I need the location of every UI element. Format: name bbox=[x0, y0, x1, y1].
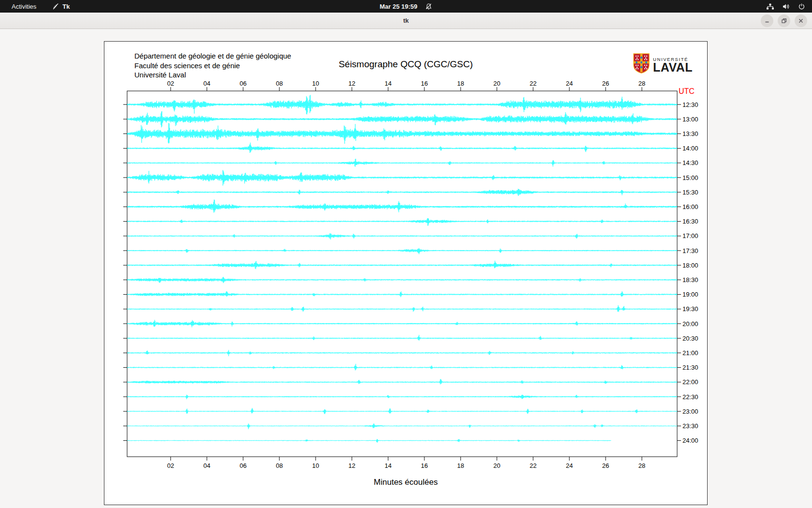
x-tick-label-bottom: 20 bbox=[493, 462, 500, 469]
seismogram-trace-15:30 bbox=[127, 189, 677, 195]
seismogram-trace-21:00 bbox=[127, 350, 677, 356]
seismogram-trace-18:30 bbox=[127, 277, 677, 283]
seismogram-trace-23:30 bbox=[127, 423, 677, 429]
seismogram-trace-17:30 bbox=[127, 248, 677, 254]
x-tick-label-top: 22 bbox=[530, 80, 536, 87]
system-status-area[interactable] bbox=[766, 3, 805, 10]
x-tick-label-bottom: 10 bbox=[312, 462, 319, 469]
seismogram-trace-14:00 bbox=[127, 143, 677, 153]
time-label: 21:30 bbox=[682, 364, 698, 371]
tk-feather-icon bbox=[52, 3, 59, 10]
time-label: 18:00 bbox=[682, 262, 698, 269]
time-label: 20:30 bbox=[682, 335, 698, 342]
time-label: 16:30 bbox=[682, 218, 698, 225]
focused-app-indicator[interactable]: Tk bbox=[52, 3, 70, 10]
time-label: 14:30 bbox=[682, 159, 698, 166]
x-tick-label-bottom: 14 bbox=[385, 462, 392, 469]
x-tick-label-bottom: 12 bbox=[348, 462, 355, 469]
seismogram-trace-23:00 bbox=[127, 408, 677, 414]
clock-text: Mar 25 19:59 bbox=[379, 3, 417, 10]
x-axis-title: Minutes écoulées bbox=[374, 478, 437, 487]
time-label: 18:30 bbox=[682, 276, 698, 284]
time-label: 14:00 bbox=[682, 145, 698, 152]
x-tick-label-bottom: 26 bbox=[602, 462, 609, 469]
seismogram-trace-16:00 bbox=[127, 200, 677, 213]
x-tick-label-bottom: 06 bbox=[240, 462, 246, 469]
x-tick-label-bottom: 28 bbox=[638, 462, 645, 469]
window-titlebar[interactable]: tk bbox=[0, 13, 812, 29]
seismogram-trace-22:30 bbox=[127, 395, 677, 399]
seismogram-trace-20:30 bbox=[127, 335, 677, 341]
seismogram-trace-20:00 bbox=[127, 320, 677, 327]
time-label: 15:00 bbox=[682, 174, 698, 181]
minimize-button[interactable] bbox=[761, 15, 773, 27]
seismogram-trace-14:30 bbox=[127, 159, 677, 167]
x-tick-label-top: 06 bbox=[240, 80, 246, 87]
time-label: 12:30 bbox=[682, 101, 698, 108]
seismogram-trace-15:00 bbox=[127, 170, 677, 186]
seismogram-trace-19:00 bbox=[127, 291, 677, 297]
seismogram-trace-24:00 bbox=[127, 439, 611, 443]
time-label: 24:00 bbox=[682, 437, 698, 444]
time-label: 13:30 bbox=[682, 130, 698, 137]
close-button[interactable] bbox=[795, 15, 807, 27]
time-label: 21:00 bbox=[682, 349, 698, 357]
clock-menu[interactable]: Mar 25 19:59 bbox=[379, 3, 432, 10]
gnome-top-bar: Activities Tk Mar 25 19:59 bbox=[0, 0, 812, 13]
x-tick-label-top: 14 bbox=[385, 80, 392, 87]
x-tick-label-bottom: 02 bbox=[167, 462, 174, 469]
x-tick-label-top: 20 bbox=[493, 80, 500, 87]
time-label: 16:00 bbox=[682, 203, 698, 210]
seismogram-trace-19:30 bbox=[127, 305, 677, 312]
seismogram-plot: 0202040406060808101012121414161618182020… bbox=[104, 42, 708, 506]
x-tick-label-top: 28 bbox=[638, 80, 645, 87]
power-icon bbox=[798, 3, 805, 10]
window-content: Département de géologie et de génie géol… bbox=[0, 30, 812, 508]
time-label: 23:30 bbox=[682, 422, 698, 430]
time-label: 19:00 bbox=[682, 291, 698, 298]
time-label: 22:30 bbox=[682, 393, 698, 401]
activities-button[interactable]: Activities bbox=[9, 2, 39, 11]
x-tick-label-top: 26 bbox=[602, 80, 609, 87]
x-tick-label-top: 08 bbox=[276, 80, 283, 87]
x-tick-label-top: 12 bbox=[348, 80, 355, 87]
focused-app-name: Tk bbox=[62, 3, 70, 10]
notifications-muted-icon bbox=[425, 3, 433, 10]
window-title: tk bbox=[403, 17, 409, 24]
seismogram-trace-22:00 bbox=[127, 379, 677, 385]
seismogram-trace-12:30 bbox=[127, 95, 677, 114]
x-tick-label-bottom: 18 bbox=[457, 462, 464, 469]
seismogram-trace-18:00 bbox=[127, 261, 677, 269]
time-label: 19:30 bbox=[682, 305, 698, 313]
seismogram-trace-21:30 bbox=[127, 364, 677, 370]
time-label: 17:30 bbox=[682, 247, 698, 254]
restore-button[interactable] bbox=[778, 15, 790, 27]
x-tick-label-top: 02 bbox=[167, 80, 174, 87]
time-label: 22:00 bbox=[682, 378, 698, 386]
volume-icon bbox=[782, 3, 790, 10]
x-tick-label-bottom: 22 bbox=[530, 462, 536, 469]
x-tick-label-top: 04 bbox=[203, 80, 210, 87]
time-label: 23:00 bbox=[682, 408, 698, 415]
seismogram-trace-13:00 bbox=[127, 111, 677, 127]
time-label: 17:00 bbox=[682, 232, 698, 239]
trace-group bbox=[127, 95, 677, 443]
x-tick-label-top: 10 bbox=[312, 80, 319, 87]
x-tick-label-bottom: 16 bbox=[421, 462, 428, 469]
plot-border bbox=[127, 91, 677, 457]
x-tick-label-bottom: 24 bbox=[566, 462, 573, 469]
x-tick-label-top: 16 bbox=[421, 80, 428, 87]
x-tick-label-bottom: 08 bbox=[276, 462, 283, 469]
x-tick-label-bottom: 04 bbox=[203, 462, 210, 469]
network-wired-icon bbox=[766, 3, 774, 10]
time-label: 20:00 bbox=[682, 320, 698, 328]
seismogram-trace-16:30 bbox=[127, 218, 677, 226]
time-label: 13:00 bbox=[682, 116, 698, 123]
seismogram-trace-13:30 bbox=[127, 123, 677, 144]
x-tick-label-top: 18 bbox=[457, 80, 464, 87]
time-label: 15:30 bbox=[682, 189, 698, 196]
seismograph-figure: Département de géologie et de génie géol… bbox=[104, 41, 708, 505]
x-tick-label-top: 24 bbox=[566, 80, 573, 87]
seismogram-trace-17:00 bbox=[127, 233, 677, 239]
